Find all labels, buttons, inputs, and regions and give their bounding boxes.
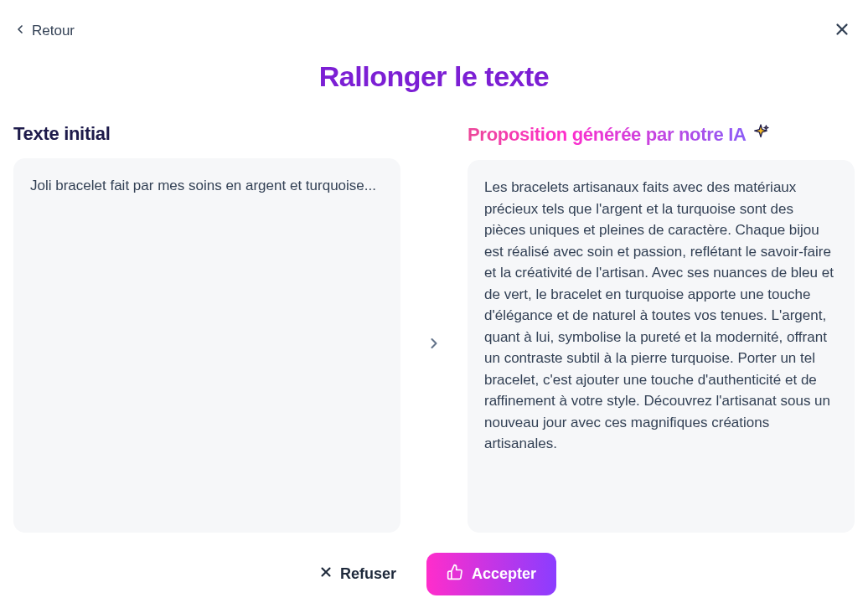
chevron-right-icon: [426, 335, 442, 355]
initial-text-panel: Joli bracelet fait par mes soins en arge…: [13, 158, 400, 533]
generated-text-panel: Les bracelets artisanaux faits avec des …: [468, 160, 855, 533]
reject-button[interactable]: Refuser: [312, 556, 403, 592]
thumbs-up-icon: [447, 564, 463, 585]
x-icon: [318, 564, 333, 584]
close-icon: [833, 27, 851, 41]
sparkle-icon: [752, 123, 770, 147]
initial-heading: Texte initial: [13, 123, 400, 145]
page-title: Rallonger le texte: [0, 60, 868, 93]
generated-heading: Proposition générée par notre IA: [468, 124, 747, 146]
reject-label: Refuser: [340, 565, 396, 583]
close-button[interactable]: [829, 17, 855, 45]
generated-heading-row: Proposition générée par notre IA: [468, 123, 855, 147]
accept-button[interactable]: Accepter: [426, 553, 556, 595]
initial-text-column: Texte initial Joli bracelet fait par mes…: [13, 123, 400, 533]
chevron-left-icon: [13, 23, 27, 40]
divider-column: [400, 123, 468, 533]
back-label: Retour: [32, 23, 75, 39]
back-button[interactable]: Retour: [13, 23, 75, 40]
accept-label: Accepter: [472, 565, 536, 583]
generated-text-column: Proposition générée par notre IA Les bra…: [468, 123, 855, 533]
footer-actions: Refuser Accepter: [0, 553, 868, 595]
